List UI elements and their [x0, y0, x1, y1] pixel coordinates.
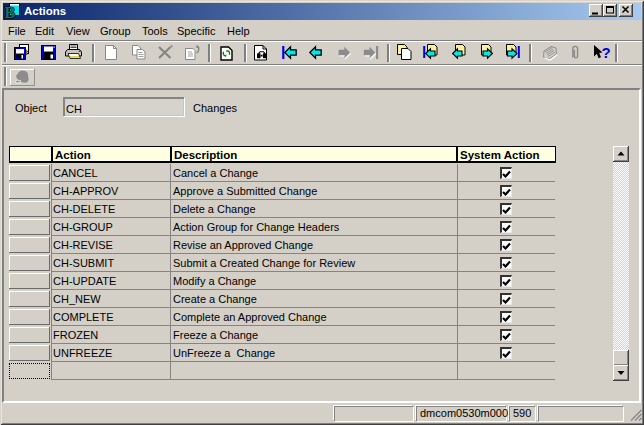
svg-text:B: B — [5, 4, 16, 21]
svg-text:?: ? — [602, 44, 611, 61]
